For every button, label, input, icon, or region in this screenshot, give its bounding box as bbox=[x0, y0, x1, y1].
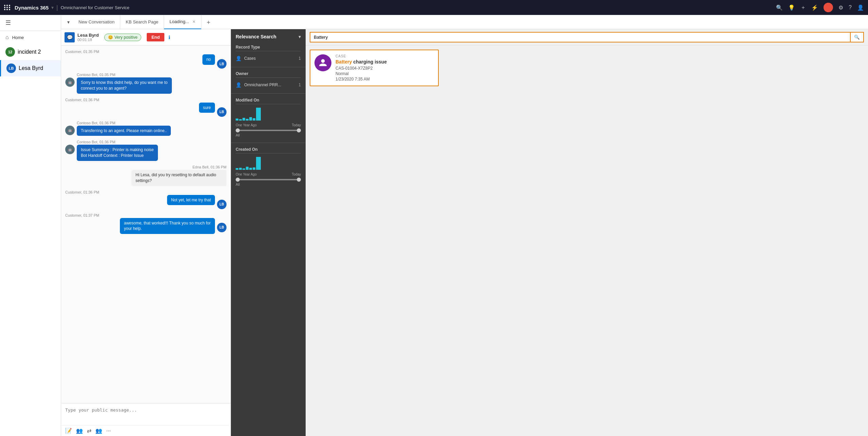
modified-on-chart bbox=[236, 107, 301, 122]
hamburger-icon[interactable]: ☰ bbox=[5, 19, 11, 26]
chat-messages: Customer, 01:35 PM no LB 🤖 Contoso Bot, … bbox=[61, 46, 231, 403]
tab-add-icon[interactable]: ＋ bbox=[201, 18, 216, 26]
bot-avatar-4: 🤖 bbox=[65, 126, 75, 135]
app-name[interactable]: Dynamics 365 bbox=[15, 5, 49, 11]
help-icon[interactable]: ? bbox=[849, 4, 852, 11]
sentiment-icon: 😊 bbox=[108, 35, 113, 40]
user-icon[interactable]: 👤 bbox=[857, 4, 864, 11]
case-card[interactable]: CASE Battery charging issue CAS-01004-X7… bbox=[310, 50, 439, 86]
main-layout: ☰ ⌂ Home 12 incident 2 LB Lesa Byrd ▾ Ne… bbox=[0, 15, 868, 436]
filter-icon[interactable]: ⚡ bbox=[811, 4, 818, 11]
chat-header-time: 00:01:18 bbox=[77, 38, 99, 42]
more-icon[interactable]: ··· bbox=[106, 428, 111, 434]
sidebar-item-incident[interactable]: 12 incident 2 bbox=[0, 44, 61, 60]
agent-icon[interactable]: 👥 bbox=[76, 428, 83, 434]
case-title-bold: Battery bbox=[336, 59, 352, 65]
modified-slider-track[interactable] bbox=[236, 130, 301, 131]
created-start-label: One Year Ago bbox=[236, 172, 257, 176]
chat-header: 💬 Lesa Byrd 00:01:18 😊 Very positive End… bbox=[61, 29, 231, 46]
msg-meta-7: Customer, 01:36 PM bbox=[65, 190, 227, 194]
sidebar-item-lesa[interactable]: LB Lesa Byrd bbox=[0, 60, 61, 76]
chat-type-icon: 💬 bbox=[65, 32, 75, 42]
modified-end-label: Today bbox=[292, 123, 301, 127]
search-button[interactable]: 🔍 bbox=[851, 32, 864, 42]
tab-loading[interactable]: Loading... ✕ bbox=[164, 15, 201, 29]
case-card-content: CASE Battery charging issue CAS-01004-X7… bbox=[336, 54, 434, 81]
tab-close-icon[interactable]: ✕ bbox=[192, 19, 196, 24]
modified-slider-thumb-left[interactable] bbox=[236, 128, 240, 132]
created-slider-thumb-left[interactable] bbox=[236, 178, 240, 182]
status-indicator[interactable] bbox=[824, 3, 833, 12]
chart-bars-modified bbox=[236, 107, 301, 121]
search-icon[interactable]: 🔍 bbox=[776, 4, 783, 11]
chat-toolbar: 📝 👥 ⇄ 👥 ··· bbox=[61, 425, 231, 436]
cases-icon: 👤 bbox=[236, 56, 241, 61]
module-name: Omnichannel for Customer Service bbox=[61, 5, 129, 10]
record-type-section: Record Type 👤 Cases 1 bbox=[231, 42, 306, 66]
transfer-icon[interactable]: ⇄ bbox=[87, 428, 91, 434]
chart-bars-created bbox=[236, 156, 301, 170]
chat-input[interactable] bbox=[61, 403, 231, 424]
owner-label: Omnichannel PRR... bbox=[244, 83, 281, 87]
msg-avatar-7: LB bbox=[217, 200, 227, 209]
owner-title: Owner bbox=[236, 71, 301, 78]
case-type-label: CASE bbox=[336, 54, 434, 58]
modified-start-label: One Year Ago bbox=[236, 123, 257, 127]
tab-dropdown-icon[interactable]: ▾ bbox=[64, 19, 73, 25]
bot-avatar-5: 🤖 bbox=[65, 145, 75, 154]
filter-owner-item[interactable]: 👤 Omnichannel PRR... 1 bbox=[236, 80, 301, 89]
add-icon[interactable]: ＋ bbox=[800, 4, 806, 11]
filter-header: Relevance Search ▾ bbox=[231, 29, 306, 42]
msg-bubble-3: sure bbox=[199, 103, 215, 113]
compose-icon[interactable]: 📝 bbox=[65, 428, 72, 434]
msg-meta-8: Customer, 01:37 PM bbox=[65, 213, 227, 217]
msg-avatar-8: LB bbox=[217, 223, 227, 232]
chat-header-name: Lesa Byrd bbox=[77, 33, 99, 38]
created-slider-track[interactable] bbox=[236, 179, 301, 180]
created-slider-thumb-right[interactable] bbox=[297, 178, 301, 182]
record-type-title: Record Type bbox=[236, 45, 301, 51]
tab-new-conversation[interactable]: New Conversation bbox=[73, 15, 120, 29]
chevron-down-icon[interactable]: ▾ bbox=[51, 5, 54, 10]
msg-bubble-6: Hi Lesa, did you try resetting to defaul… bbox=[131, 170, 227, 186]
modified-slider-thumb-right[interactable] bbox=[297, 128, 301, 132]
lightbulb-icon[interactable]: 💡 bbox=[788, 4, 795, 11]
sentiment-badge: 😊 Very positive bbox=[104, 34, 141, 41]
cases-count: 1 bbox=[299, 56, 301, 61]
msg-row-7: Not yet, let me try that LB bbox=[65, 195, 227, 209]
msg-row-8: awesome, that worked!!! Thank you so muc… bbox=[65, 218, 227, 234]
msg-meta-2: Contoso Bot, 01:35 PM bbox=[77, 73, 172, 77]
modified-slider-labels: One Year Ago Today bbox=[236, 123, 301, 127]
msg-avatar-1: LB bbox=[217, 59, 227, 69]
app-grid-icon[interactable] bbox=[4, 5, 11, 10]
modified-on-section: Modified On One Year Ago bbox=[231, 95, 306, 141]
info-icon[interactable]: ℹ bbox=[168, 35, 170, 40]
tab-kb-search[interactable]: KB Search Page bbox=[120, 15, 164, 29]
msg-meta-3: Customer, 01:36 PM bbox=[65, 98, 227, 102]
content-area: ▾ New Conversation KB Search Page Loadin… bbox=[61, 15, 868, 436]
created-on-section: Created On One Year Ago bbox=[231, 144, 306, 190]
msg-bubble-1: no bbox=[202, 54, 215, 65]
sidebar-item-home[interactable]: ⌂ Home bbox=[0, 31, 61, 44]
case-priority: Normal bbox=[336, 71, 434, 76]
filter-chevron-icon[interactable]: ▾ bbox=[299, 34, 301, 39]
msg-row-4: 🤖 Contoso Bot, 01:36 PM Transferring to … bbox=[65, 121, 227, 136]
end-button[interactable]: End bbox=[147, 33, 165, 41]
msg-bubble-5: Issue Summary : Printer is making noise … bbox=[77, 145, 158, 161]
search-bar: 🔍 bbox=[306, 29, 868, 46]
cases-label: Cases bbox=[244, 56, 256, 61]
msg-bubble-7: Not yet, let me try that bbox=[167, 195, 215, 205]
filter-cases-item[interactable]: 👤 Cases 1 bbox=[236, 54, 301, 63]
search-results: CASE Battery charging issue CAS-01004-X7… bbox=[306, 46, 868, 436]
settings-icon[interactable]: ⚙ bbox=[838, 4, 843, 11]
lesa-label: Lesa Byrd bbox=[19, 65, 43, 71]
created-on-chart bbox=[236, 156, 301, 171]
chat-input-area: 📝 👥 ⇄ 👥 ··· bbox=[61, 403, 231, 436]
pane-area: 💬 Lesa Byrd 00:01:18 😊 Very positive End… bbox=[61, 29, 868, 436]
search-input[interactable] bbox=[310, 32, 851, 42]
filter-title: Relevance Search bbox=[236, 34, 276, 39]
case-date: 1/23/2020 7:35 AM bbox=[336, 77, 434, 81]
consult-icon[interactable]: 👥 bbox=[95, 428, 102, 434]
msg-meta-6: Edna Bell, 01:36 PM bbox=[65, 165, 227, 169]
divider-1 bbox=[231, 67, 306, 67]
